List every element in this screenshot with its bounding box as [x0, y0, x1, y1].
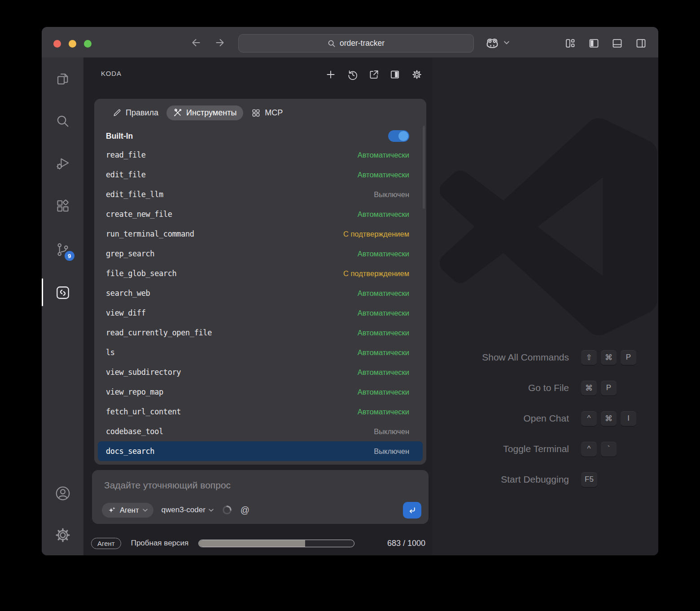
koda-chat-icon[interactable] [55, 285, 70, 300]
shortcut-row: Show All Commands ⇧⌘P [432, 349, 658, 365]
tool-name: read_currently_open_file [106, 328, 212, 337]
return-arrow-icon [408, 506, 416, 514]
tab-rules[interactable]: Правила [112, 108, 158, 118]
key-f5: F5 [581, 472, 597, 487]
tool-row[interactable]: grep_searchАвтоматически [98, 244, 423, 264]
tab-mcp-label: MCP [265, 108, 283, 118]
key-i: I [621, 411, 636, 426]
chevron-down-icon [143, 509, 148, 512]
key-p: P [621, 350, 636, 365]
loading-spinner-icon [222, 505, 232, 515]
active-view-indicator [42, 278, 43, 306]
toggle-panel-icon[interactable] [611, 37, 623, 49]
activity-bar: 9 [42, 57, 83, 555]
tool-row[interactable]: run_terminal_commandС подтверждением [98, 224, 423, 244]
tool-name: read_file [106, 150, 146, 159]
key-p: P [601, 381, 617, 396]
run-debug-icon[interactable] [55, 156, 70, 171]
tool-status: Автоматически [358, 309, 409, 317]
workspace-search-input[interactable]: order-tracker [238, 34, 474, 53]
tools-panel: Правила Инструменты MCP Built-In [94, 99, 426, 465]
tool-row[interactable]: create_new_fileАвтоматически [98, 204, 423, 224]
customize-layout-icon[interactable] [564, 37, 576, 49]
account-icon[interactable] [54, 485, 71, 502]
send-button[interactable] [403, 502, 421, 519]
tool-status: Выключен [374, 447, 409, 456]
tool-row[interactable]: view_subdirectoryАвтоматически [98, 362, 423, 382]
key-shift: ⇧ [581, 350, 597, 365]
tool-status: Автоматически [358, 151, 409, 159]
key-cmd: ⌘ [601, 350, 617, 365]
mention-button[interactable]: @ [241, 505, 249, 515]
extensions-icon[interactable] [55, 199, 70, 214]
tool-row[interactable]: codebase_toolВыключен [98, 422, 423, 441]
minimize-button[interactable] [69, 40, 76, 48]
tool-status: Автоматически [358, 348, 409, 357]
shortcut-label: Start Debugging [432, 474, 569, 485]
new-chat-icon[interactable] [325, 69, 337, 80]
shortcut-label: Toggle Terminal [432, 444, 569, 454]
split-editor-icon[interactable] [389, 69, 401, 80]
history-icon[interactable] [347, 69, 359, 80]
section-title: Built-In [106, 132, 133, 141]
tool-row[interactable]: read_currently_open_fileАвтоматически [98, 323, 423, 343]
copilot-icon[interactable] [485, 37, 499, 49]
search-sidebar-icon[interactable] [55, 114, 70, 129]
tool-name: docs_search [106, 447, 154, 456]
tool-name: search_web [106, 289, 150, 298]
tool-status: Выключен [374, 427, 409, 436]
scrollbar-thumb[interactable] [423, 126, 425, 209]
model-selector[interactable]: qwen3-coder [162, 506, 214, 514]
key-cmd: ⌘ [601, 411, 617, 426]
tab-mcp[interactable]: MCP [251, 108, 283, 118]
toggle-secondary-sidebar-icon[interactable] [635, 37, 647, 49]
tool-row[interactable]: edit_fileАвтоматически [98, 165, 423, 185]
tool-status: С подтверждением [343, 230, 409, 238]
tool-name: view_diff [106, 308, 146, 317]
tool-status: Автоматически [358, 289, 409, 298]
sidebar-footer: Агент Пробная версия 683 / 1000 [83, 534, 432, 552]
shortcut-row: Toggle Terminal ^` [432, 441, 658, 457]
mode-badge: Агент [91, 538, 121, 549]
scm-badge: 9 [65, 251, 74, 261]
shortcut-label: Go to File [432, 382, 569, 393]
tool-row[interactable]: edit_file_llmВыключен [98, 185, 423, 204]
zoom-button[interactable] [84, 40, 92, 48]
built-in-toggle[interactable] [388, 130, 409, 142]
chevron-down-icon[interactable] [504, 41, 509, 44]
chat-input-card[interactable]: Задайте уточняющий вопрос Агент qwen3-co… [92, 470, 429, 524]
toggle-knob [398, 131, 408, 141]
panel-settings-gear-icon[interactable] [411, 69, 423, 80]
tool-row-selected[interactable]: docs_searchВыключен [98, 441, 423, 461]
vscode-logo-watermark [439, 118, 657, 336]
close-button[interactable] [53, 40, 61, 48]
tool-row[interactable]: fetch_url_contentАвтоматически [98, 402, 423, 422]
source-control-item[interactable]: 9 [55, 242, 70, 257]
tab-tools[interactable]: Инструменты [166, 105, 243, 120]
tool-row[interactable]: file_glob_searchС подтверждением [98, 264, 423, 283]
sparkles-icon [108, 506, 116, 514]
tool-row[interactable]: search_webАвтоматически [98, 283, 423, 303]
back-arrow-icon[interactable] [190, 37, 202, 48]
pencil-icon [112, 108, 122, 118]
shortcut-label: Open Chat [432, 413, 569, 424]
trial-progress-bar [198, 540, 354, 547]
agent-mode-label: Агент [120, 506, 139, 514]
tool-row[interactable]: view_repo_mapАвтоматически [98, 382, 423, 402]
tool-row[interactable]: read_fileАвтоматически [98, 145, 423, 165]
shortcut-row: Open Chat ^⌘I [432, 410, 658, 426]
tool-row[interactable]: lsАвтоматически [98, 343, 423, 362]
tool-status: Автоматически [358, 408, 409, 416]
open-in-new-icon[interactable] [368, 69, 380, 80]
key-ctrl: ^ [581, 411, 597, 426]
tool-name: create_new_file [106, 210, 172, 219]
settings-gear-icon[interactable] [54, 527, 71, 544]
forward-arrow-icon[interactable] [214, 37, 226, 48]
toggle-primary-sidebar-icon[interactable] [588, 37, 600, 49]
tool-name: view_subdirectory [106, 368, 181, 377]
tool-row[interactable]: view_diffАвтоматически [98, 303, 423, 323]
agent-mode-selector[interactable]: Агент [102, 503, 153, 518]
app-window: order-tracker 9 [42, 27, 658, 555]
key-ctrl: ^ [581, 442, 597, 457]
explorer-icon[interactable] [55, 71, 70, 87]
